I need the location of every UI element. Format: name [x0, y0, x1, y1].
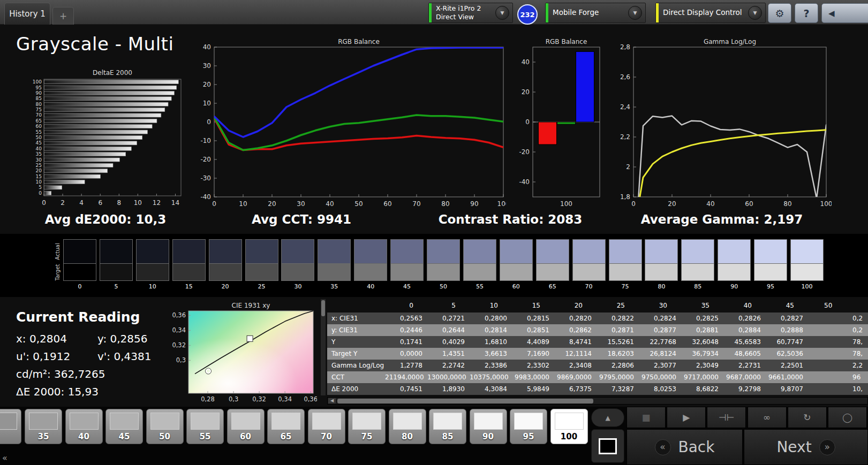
table-cell: 45,6583 — [723, 336, 766, 348]
target-color — [645, 264, 678, 281]
swatch-label: 90 — [718, 283, 751, 290]
loop-button[interactable]: ∞ — [748, 407, 787, 428]
target-color — [609, 264, 642, 281]
scroll-left-icon[interactable]: ◀ — [328, 398, 336, 403]
gear-icon: ⚙ — [775, 7, 784, 19]
source-dropdown[interactable]: Mobile Forge ▼ — [545, 3, 646, 23]
pattern-window-button[interactable] — [591, 429, 624, 463]
help-button[interactable]: ? — [795, 3, 818, 23]
actual-color — [427, 239, 460, 264]
play-icon: ▶ — [683, 412, 690, 423]
patch-label: 80 — [389, 432, 426, 441]
grayscale-swatch-100: 100 — [790, 239, 824, 290]
table-cell: 0,2825 — [681, 312, 723, 324]
svg-text:40: 40 — [203, 43, 211, 51]
actual-color — [718, 239, 751, 264]
patch-label: 70 — [308, 432, 345, 441]
svg-text:0: 0 — [212, 200, 216, 208]
average-gamma-stat: Average Gamma: 2,197 — [633, 212, 810, 226]
deltae-bar — [44, 108, 165, 112]
swatch-label: 10 — [136, 283, 169, 290]
chevron-left-icon: « — [655, 439, 671, 455]
grayscale-swatch-5: 5 — [100, 239, 133, 290]
table-cell: 2,2806 — [597, 360, 639, 371]
column-header: 50 — [808, 299, 868, 312]
table-row-cct: CCT21194,000013000,000010375,00009983,00… — [327, 371, 868, 383]
svg-text:100: 100 — [33, 79, 42, 85]
patch-label: 35 — [25, 432, 62, 441]
measurement-table: 05101520253035404550x: CIE310,25630,2721… — [320, 299, 868, 406]
svg-text:0,32: 0,32 — [172, 341, 186, 349]
chevron-left-icon: ◀ — [828, 9, 835, 18]
row-label: y: CIE31 — [327, 324, 385, 336]
uv-reading: u': 0,1912 v': 0,4381 — [16, 350, 183, 363]
table-cell: 0,2877 — [639, 324, 681, 336]
svg-text:95: 95 — [36, 85, 42, 90]
table-cell: 2,2742 — [427, 360, 470, 371]
current-reading-panel: Current Reading x: 0,2804 y: 0,2856 u': … — [16, 309, 183, 403]
add-tab-button[interactable]: + — [52, 7, 74, 25]
grayscale-swatch-20: 20 — [209, 239, 242, 290]
scrollbar-thumb[interactable] — [337, 399, 593, 403]
play-button[interactable]: ▶ — [667, 407, 706, 428]
table-vertical-scrollbar[interactable] — [320, 299, 326, 396]
svg-text:40: 40 — [326, 200, 334, 208]
deltae-bar — [44, 119, 157, 123]
swatch-label: 95 — [754, 283, 787, 290]
table-cell: 0,2 — [808, 312, 868, 324]
collapse-panel-button[interactable]: ◀ — [821, 3, 868, 23]
table-horizontal-scrollbar[interactable]: ◀ — [327, 397, 868, 405]
next-button[interactable]: Next » — [744, 429, 868, 465]
target-color — [754, 264, 787, 281]
stop-icon: ■ — [641, 412, 650, 423]
grayscale-swatch-90: 90 — [718, 239, 751, 290]
stop-button[interactable]: ■ — [627, 407, 666, 428]
svg-text:20: 20 — [668, 200, 676, 208]
deltae-bar — [44, 180, 85, 184]
table-cell: 12,1114 — [554, 348, 597, 360]
scrollbar-thumb[interactable] — [321, 300, 325, 316]
target-color — [536, 264, 569, 281]
meter-dropdown[interactable]: X-Rite i1Pro 2 Direct View ▼ — [428, 3, 513, 23]
table-cell: 32,6048 — [681, 336, 723, 348]
target-gamma-line — [633, 130, 826, 212]
target-button[interactable]: ◯ — [828, 407, 867, 428]
chevron-down-icon[interactable]: ▼ — [628, 6, 642, 20]
grayscale-swatch-45: 45 — [390, 239, 424, 290]
table-row--e-2000: ΔE 20000,74511,89304,30845,98496,73757,3… — [327, 383, 868, 395]
table-cell: 0,2800 — [470, 312, 512, 324]
table-cell: 0,2644 — [427, 324, 470, 336]
settings-button[interactable]: ⚙ — [768, 3, 791, 23]
back-button[interactable]: « Back — [627, 429, 743, 465]
target-axis-label: Target — [55, 264, 61, 281]
deltae-bar — [44, 80, 179, 84]
table-cell: 48,6605 — [723, 348, 766, 360]
cie-target-marker — [247, 336, 253, 341]
svg-text:-40: -40 — [519, 178, 530, 186]
deltae-2000-chart: DeltaE 200005101520253035404550556065707… — [28, 68, 184, 212]
svg-text:-20: -20 — [200, 156, 211, 163]
grayscale-swatch-75: 75 — [609, 239, 642, 290]
display-control-dropdown[interactable]: Direct Display Control ▼ — [655, 3, 766, 23]
patch-scroll-left-icon[interactable]: « — [2, 453, 7, 463]
svg-text:0,34: 0,34 — [278, 395, 292, 403]
table-cell: 15,5261 — [597, 336, 639, 348]
svg-text:80: 80 — [441, 200, 449, 208]
table-cell: 8,0253 — [639, 383, 681, 395]
svg-text:30: 30 — [203, 62, 211, 70]
cie-1931-chart: CIE 1931 xy0,360,340,320,30,280,30,320,3… — [166, 301, 317, 406]
grayscale-swatch-strip: Actual Target 05101520253035404550556065… — [0, 234, 868, 297]
actual-color — [136, 239, 169, 264]
tab-history-1[interactable]: History 1 — [4, 3, 50, 25]
interval-button[interactable]: ⊣⊢ — [707, 407, 746, 428]
calman-app-window: History 1 + X-Rite i1Pro 2 Direct View ▼… — [0, 0, 868, 465]
svg-text:90: 90 — [36, 90, 42, 96]
chevron-down-icon[interactable]: ▼ — [748, 6, 762, 20]
deltae-bar — [44, 136, 142, 140]
refresh-button[interactable]: ↻ — [788, 407, 827, 428]
table-cell: 9,8707 — [766, 383, 808, 395]
patch-label: 55 — [187, 432, 223, 441]
chevron-down-icon[interactable]: ▼ — [495, 6, 509, 20]
swatch-label: 0 — [63, 283, 96, 290]
svg-text:45: 45 — [36, 140, 42, 146]
